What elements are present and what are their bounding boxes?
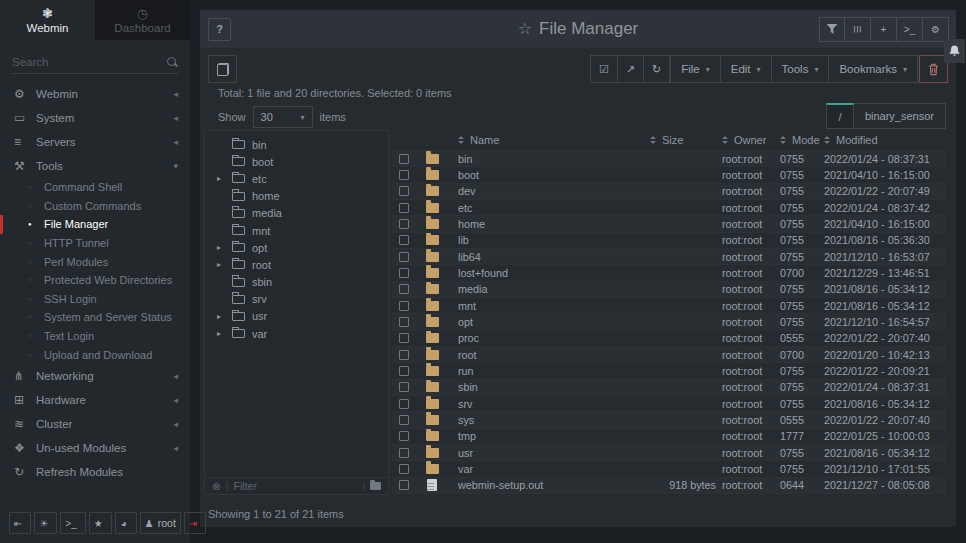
folder-toggle-icon[interactable]: [370, 482, 381, 490]
table-row[interactable]: bin root:root 0755 2022/01/24 - 08:37:31: [392, 151, 946, 167]
file-name[interactable]: srv: [448, 398, 650, 410]
sidebar-item[interactable]: ○ Perl Modules: [0, 252, 190, 271]
column-header-name[interactable]: Name: [448, 134, 650, 146]
page-size-select[interactable]: 30 ▾: [253, 106, 313, 128]
file-name[interactable]: mnt: [448, 300, 650, 312]
table-row[interactable]: home root:root 0755 2021/04/10 - 16:15:0…: [392, 216, 946, 232]
table-row[interactable]: mnt root:root 0755 2021/08/16 - 05:34:12: [392, 298, 946, 314]
table-row[interactable]: dev root:root 0755 2022/01/22 - 20:07:49: [392, 184, 946, 200]
file-name[interactable]: run: [448, 365, 650, 377]
row-checkbox[interactable]: [399, 350, 409, 360]
row-checkbox[interactable]: [399, 203, 409, 213]
bottom-bar-button[interactable]: ♟ root: [140, 512, 181, 534]
tree-item[interactable]: sbin: [205, 274, 388, 291]
file-name[interactable]: boot: [448, 169, 650, 181]
file-name[interactable]: root: [448, 349, 650, 361]
row-checkbox[interactable]: [399, 284, 409, 294]
table-row[interactable]: webmin-setup.out 918 bytes root:root 064…: [392, 478, 946, 494]
row-checkbox[interactable]: [399, 399, 409, 409]
row-checkbox[interactable]: [399, 415, 409, 425]
table-row[interactable]: run root:root 0755 2022/01/22 - 20:09:21: [392, 363, 946, 379]
sidebar-item[interactable]: ○ Upload and Download: [0, 345, 190, 364]
sidebar-item[interactable]: ○ System and Server Status: [0, 308, 190, 327]
select-all-button[interactable]: ☑: [590, 55, 618, 83]
table-row[interactable]: sbin root:root 0755 2022/01/24 - 08:37:3…: [392, 380, 946, 396]
bottom-bar-button[interactable]: ◕: [115, 512, 137, 534]
sidebar-item[interactable]: ▭ System ◂: [0, 106, 190, 130]
table-row[interactable]: usr root:root 0755 2021/08/16 - 05:34:12: [392, 445, 946, 461]
row-checkbox[interactable]: [399, 382, 409, 392]
row-checkbox[interactable]: [399, 186, 409, 196]
notifications-button[interactable]: [944, 39, 965, 63]
row-checkbox[interactable]: [399, 252, 409, 262]
expand-arrow-icon[interactable]: ▸: [217, 329, 225, 338]
table-row[interactable]: lost+found root:root 0700 2021/12/29 - 1…: [392, 265, 946, 281]
table-row[interactable]: lib64 root:root 0755 2021/12/10 - 16:53:…: [392, 249, 946, 265]
sidebar-item[interactable]: ○ Text Login: [0, 327, 190, 346]
table-row[interactable]: opt root:root 0755 2021/12/10 - 16:54:57: [392, 314, 946, 330]
tree-item[interactable]: boot: [205, 153, 388, 170]
row-checkbox[interactable]: [399, 170, 409, 180]
tree-item[interactable]: srv: [205, 291, 388, 308]
file-name[interactable]: dev: [448, 185, 650, 197]
sidebar-item[interactable]: ↻ Refresh Modules: [0, 460, 190, 484]
expand-arrow-icon[interactable]: ▸: [217, 260, 225, 269]
header-icon-button[interactable]: ⚙ ⚙: [923, 17, 949, 42]
row-checkbox[interactable]: [399, 366, 409, 376]
file-name[interactable]: bin: [448, 153, 650, 165]
file-name[interactable]: lib64: [448, 251, 650, 263]
expand-arrow-icon[interactable]: ▸: [217, 243, 225, 252]
bottom-bar-button[interactable]: ⇥: [184, 512, 206, 534]
tree-item[interactable]: ▸ root: [205, 256, 388, 273]
tree-item[interactable]: ▸ etc: [205, 170, 388, 187]
row-checkbox[interactable]: [399, 431, 409, 441]
file-name[interactable]: etc: [448, 202, 650, 214]
table-row[interactable]: sys root:root 0555 2022/01/22 - 20:07:40: [392, 412, 946, 428]
bottom-bar-button[interactable]: ⇤: [9, 512, 31, 534]
header-icon-button[interactable]: + +: [871, 17, 897, 42]
search-input[interactable]: [12, 56, 166, 68]
table-row[interactable]: boot root:root 0755 2021/04/10 - 16:15:0…: [392, 167, 946, 183]
header-icon-button[interactable]: >_ >_: [897, 17, 923, 42]
table-row[interactable]: proc root:root 0555 2022/01/22 - 20:07:4…: [392, 331, 946, 347]
sidebar-item[interactable]: ○ Protected Web Directories: [0, 271, 190, 290]
file-name[interactable]: proc: [448, 332, 650, 344]
sidebar-tab[interactable]: ❃ Webmin: [0, 0, 95, 40]
breadcrumb-segment[interactable]: binary_sensor: [854, 103, 946, 129]
sidebar-item[interactable]: ⚙ Webmin ◂: [0, 82, 190, 106]
tree-item[interactable]: home: [205, 188, 388, 205]
row-checkbox[interactable]: [399, 235, 409, 245]
header-icon-button[interactable]: ☰ ☰: [845, 17, 871, 42]
tree-item[interactable]: ▸ usr: [205, 308, 388, 325]
sidebar-item[interactable]: ⚒ Tools ▾: [0, 154, 190, 178]
sidebar-item[interactable]: ● File Manager: [0, 215, 190, 234]
row-checkbox[interactable]: [399, 464, 409, 474]
bottom-bar-button[interactable]: ★: [89, 512, 112, 534]
tree-item[interactable]: bin: [205, 136, 388, 153]
column-header-modified[interactable]: Modified: [824, 134, 946, 146]
refresh-button[interactable]: ↻: [644, 55, 670, 83]
bottom-bar-button[interactable]: >_: [60, 512, 85, 534]
table-row[interactable]: etc root:root 0755 2022/01/24 - 08:37:42: [392, 200, 946, 216]
breadcrumb-segment[interactable]: /: [826, 103, 854, 129]
row-checkbox[interactable]: [399, 448, 409, 458]
bottom-bar-button[interactable]: ☀: [34, 512, 57, 534]
column-header-mode[interactable]: Mode: [780, 134, 824, 146]
file-name[interactable]: var: [448, 463, 650, 475]
row-checkbox[interactable]: [399, 268, 409, 278]
table-row[interactable]: lib root:root 0755 2021/08/16 - 05:36:30: [392, 233, 946, 249]
row-checkbox[interactable]: [399, 333, 409, 343]
file-name[interactable]: lib: [448, 234, 650, 246]
tree-item[interactable]: media: [205, 205, 388, 222]
dropdown-menu-button[interactable]: Bookmarks ▾: [829, 55, 918, 83]
row-checkbox[interactable]: [399, 301, 409, 311]
sidebar-item[interactable]: ○ Command Shell: [0, 178, 190, 197]
dropdown-menu-button[interactable]: Edit ▾: [721, 55, 772, 83]
expand-arrow-icon[interactable]: ▸: [217, 174, 225, 183]
sidebar-item[interactable]: ≋ Cluster ◂: [0, 412, 190, 436]
file-name[interactable]: lost+found: [448, 267, 650, 279]
table-row[interactable]: root root:root 0700 2022/01/20 - 10:42:1…: [392, 347, 946, 363]
file-name[interactable]: sbin: [448, 381, 650, 393]
tree-filter-input[interactable]: [234, 480, 358, 492]
sidebar-item[interactable]: ⋔ Networking ◂: [0, 364, 190, 388]
